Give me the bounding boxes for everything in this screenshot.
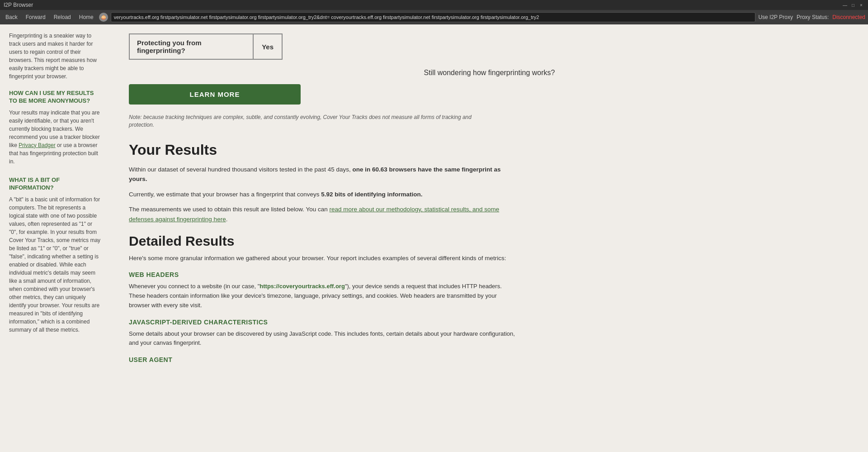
home-button[interactable]: Home [76, 13, 96, 21]
sidebar-text-anonymous: Your results may indicate that you are e… [9, 109, 102, 166]
titlebar: I2P Browser — □ × [0, 0, 868, 10]
minimize-button[interactable]: — [842, 2, 848, 8]
coveryourtracks-link[interactable]: https://coveryourtracks.eff.org [259, 283, 345, 290]
sidebar-text-bit: A "bit" is a basic unit of information f… [9, 195, 102, 334]
note-text: Note: because tracking techniques are co… [129, 114, 491, 129]
proxy-status-label: Proxy Status: [797, 14, 829, 20]
address-text: veryourtracks.eff.org firstpartysimulato… [114, 14, 539, 20]
navbar: Back Forward Reload Home 🧅 veryourtracks… [0, 10, 868, 24]
nav-right: Use I2P Proxy Proxy Status: Disconnected [758, 14, 865, 20]
web-headers-text: Whenever you connect to a website (in ou… [129, 282, 518, 310]
titlebar-left: I2P Browser [4, 2, 33, 8]
use-i2p-proxy-label: Use I2P Proxy [758, 14, 793, 20]
sidebar-heading-anonymous: HOW CAN I USE MY RESULTS TO BE MORE ANON… [9, 90, 102, 105]
address-bar[interactable]: veryourtracks.eff.org firstpartysimulato… [111, 12, 756, 22]
detailed-heading: Detailed Results [129, 233, 850, 249]
protection-label: Protecting you from fingerprinting? [130, 34, 254, 59]
js-text: Some details about your browser can be d… [129, 329, 518, 348]
content-area: Fingerprinting is a sneakier way to trac… [0, 24, 868, 452]
results-para1-pre: Within our dataset of several hundred th… [129, 166, 353, 173]
results-para2-pre: Currently, we estimate that your browser… [129, 191, 321, 198]
still-wondering: Still wondering how fingerprinting works… [129, 69, 850, 77]
results-para3-pre: The measurements we used to obtain this … [129, 206, 330, 213]
restore-button[interactable]: □ [850, 2, 856, 8]
learn-more-button[interactable]: LEARN MORE [129, 84, 301, 105]
main-content: Protecting you from fingerprinting? Yes … [111, 24, 868, 452]
forward-button[interactable]: Forward [23, 13, 48, 21]
web-headers-pre: Whenever you connect to a website (in ou… [129, 283, 259, 290]
titlebar-controls[interactable]: — □ × [842, 2, 864, 8]
sidebar-section-bit: WHAT IS A BIT OF INFORMATION? A "bit" is… [9, 176, 102, 334]
results-para-1: Within our dataset of several hundred th… [129, 165, 518, 184]
sidebar-section-anonymous: HOW CAN I USE MY RESULTS TO BE MORE ANON… [9, 90, 102, 166]
js-heading: JAVASCRIPT-DERIVED CHARACTERISTICS [129, 319, 850, 326]
results-para2-bold: 5.92 bits of identifying information. [321, 191, 422, 198]
privacy-badger-link[interactable]: Privacy Badger [19, 142, 55, 148]
results-para-3: The measurements we used to obtain this … [129, 205, 518, 224]
sidebar: Fingerprinting is a sneakier way to trac… [0, 24, 111, 452]
protection-banner: Protecting you from fingerprinting? Yes [129, 33, 283, 60]
sidebar-intro: Fingerprinting is a sneakier way to trac… [9, 32, 102, 81]
results-para-2: Currently, we estimate that your browser… [129, 190, 518, 200]
close-button[interactable]: × [858, 2, 864, 8]
results-para3-post: . [226, 216, 228, 223]
i2p-icon: 🧅 [99, 13, 108, 22]
back-button[interactable]: Back [3, 13, 20, 21]
web-headers-heading: WEB HEADERS [129, 271, 850, 278]
results-heading: Your Results [129, 142, 850, 158]
protection-value: Yes [254, 38, 282, 55]
app-title: I2P Browser [4, 2, 33, 8]
reload-button[interactable]: Reload [51, 13, 74, 21]
sidebar-heading-bit: WHAT IS A BIT OF INFORMATION? [9, 176, 102, 192]
proxy-status-value: Disconnected [832, 14, 865, 20]
detailed-intro: Here's some more granular information we… [129, 253, 518, 263]
user-agent-heading: USER AGENT [129, 356, 850, 363]
